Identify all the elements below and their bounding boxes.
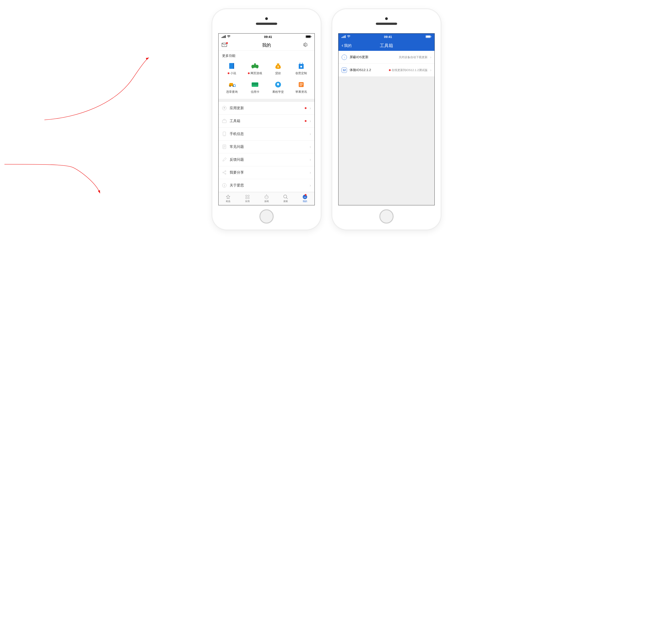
badge-dot xyxy=(389,69,391,71)
chevron-right-icon: › xyxy=(310,157,311,162)
grid-item-loan[interactable]: ¥ 贷款 xyxy=(267,63,290,75)
book-icon xyxy=(228,63,236,70)
svg-point-46 xyxy=(266,197,266,197)
svg-rect-24 xyxy=(299,85,302,86)
svg-rect-61 xyxy=(431,36,431,37)
screen-right: 09:41 ‹ 我的 工具箱 ↓ 屏蔽iOS更新 关闭设备自动下载更新 › xyxy=(338,33,435,205)
list-label: 手机信息 xyxy=(229,132,244,136)
toolbox-icon xyxy=(222,119,226,123)
grid-item-credit[interactable]: 信用卡 xyxy=(243,81,267,94)
svg-point-33 xyxy=(223,172,224,173)
svg-point-54 xyxy=(306,196,306,197)
tool-desc: 在线更新到iOS12.1.2测试版 xyxy=(389,68,428,72)
tool-item-block-update[interactable]: ↓ 屏蔽iOS更新 关闭设备自动下载更新 › xyxy=(338,51,434,64)
svg-line-37 xyxy=(224,173,225,174)
battery-icon xyxy=(306,35,311,39)
svg-point-13 xyxy=(300,66,302,68)
grid-icon xyxy=(245,195,250,199)
grid-item-creative[interactable]: 创意定制 xyxy=(290,63,313,75)
home-button[interactable] xyxy=(260,209,274,224)
status-bar: 09:41 xyxy=(219,33,315,40)
back-button[interactable]: ‹ 我的 xyxy=(342,43,352,48)
chevron-right-icon: › xyxy=(310,170,311,175)
svg-rect-3 xyxy=(225,35,226,38)
gear-icon[interactable] xyxy=(303,42,307,48)
list-item-share[interactable]: 我要分享 › xyxy=(219,166,315,179)
tab-label: 游戏 xyxy=(264,200,269,203)
tool-list: ↓ 屏蔽iOS更新 关闭设备自动下载更新 › 12 体验iOS12.1.2 在线… xyxy=(338,51,434,77)
list-item-faq[interactable]: 常见问题 › xyxy=(219,141,315,153)
svg-point-50 xyxy=(284,195,287,198)
svg-point-47 xyxy=(267,197,268,197)
svg-line-17 xyxy=(235,86,236,87)
nav-bar-right: ‹ 我的 工具箱 xyxy=(338,40,434,51)
svg-rect-18 xyxy=(252,82,258,87)
grid-label: 网页游戏 xyxy=(250,71,262,75)
screen-left: 09:41 我的 更多功能 xyxy=(218,33,315,205)
list-item-updates[interactable]: 应用更新 › xyxy=(219,102,315,115)
svg-point-28 xyxy=(224,135,224,135)
list-label: 反馈问题 xyxy=(229,157,244,162)
gamepad-icon xyxy=(251,63,259,70)
news-icon xyxy=(297,81,305,88)
list-item-phoneinfo[interactable]: 手机信息 › xyxy=(219,128,315,141)
battery-icon xyxy=(426,35,431,39)
signal-icon xyxy=(222,35,226,39)
tab-search[interactable]: 搜索 xyxy=(283,195,288,203)
tab-featured[interactable]: 精选 xyxy=(226,195,231,203)
svg-point-43 xyxy=(245,197,247,199)
grid-item-news[interactable]: 苹果资讯 xyxy=(290,81,313,94)
status-time: 09:41 xyxy=(264,35,272,39)
svg-point-42 xyxy=(248,195,249,196)
mail-icon[interactable] xyxy=(222,43,227,48)
tab-label: 搜索 xyxy=(284,200,288,203)
home-button[interactable] xyxy=(379,209,393,224)
svg-rect-1 xyxy=(223,36,223,38)
phone-right: 09:41 ‹ 我的 工具箱 ↓ 屏蔽iOS更新 关闭设备自动下载更新 › xyxy=(332,9,441,230)
tab-games[interactable]: 游戏 xyxy=(264,195,269,203)
annotation-arrows xyxy=(0,0,653,239)
badge-dot xyxy=(305,107,307,109)
svg-rect-22 xyxy=(299,83,303,84)
list-label: 工具箱 xyxy=(229,119,240,123)
grid-item-webgame[interactable]: 网页游戏 xyxy=(243,63,267,75)
svg-rect-9 xyxy=(233,63,234,69)
svg-point-49 xyxy=(266,195,267,195)
svg-rect-55 xyxy=(342,37,342,38)
tool-title: 体验iOS12.1.2 xyxy=(349,68,371,72)
svg-point-35 xyxy=(225,173,226,174)
mail-badge-dot xyxy=(226,42,228,44)
svg-point-40 xyxy=(224,184,224,185)
nav-title: 我的 xyxy=(219,42,315,48)
bag-icon xyxy=(297,63,305,70)
nav-bar-left: 我的 xyxy=(219,40,315,51)
gap-strip xyxy=(219,99,315,102)
grid-item-school[interactable]: 果粉学堂 xyxy=(267,81,290,94)
list-item-about[interactable]: 关于爱思 › xyxy=(219,179,315,192)
list-item-toolbox[interactable]: 工具箱 › xyxy=(219,115,315,128)
svg-rect-23 xyxy=(299,84,303,85)
tool-item-try-ios12[interactable]: 12 体验iOS12.1.2 在线更新到iOS12.1.2测试版 › xyxy=(338,64,434,77)
chevron-right-icon: › xyxy=(310,145,311,149)
tool-title: 屏蔽iOS更新 xyxy=(349,55,368,59)
phone-icon xyxy=(222,132,226,136)
svg-point-44 xyxy=(248,197,249,199)
svg-rect-56 xyxy=(343,36,343,38)
tab-mine[interactable]: 我的 xyxy=(303,195,307,203)
phone-left: 09:41 我的 更多功能 xyxy=(212,9,321,230)
grid-item-violation[interactable]: 违章查询 xyxy=(220,81,243,94)
wifi-icon xyxy=(347,35,350,39)
tool-desc: 关闭设备自动下载更新 xyxy=(399,55,428,59)
grid-item-novel[interactable]: 小说 xyxy=(220,63,243,75)
star-icon xyxy=(226,195,231,199)
grid-label: 信用卡 xyxy=(251,90,260,94)
list-item-feedback[interactable]: 反馈问题 › xyxy=(219,153,315,166)
pencil-icon xyxy=(222,157,226,162)
svg-point-16 xyxy=(233,84,236,86)
tab-apps[interactable]: 应用 xyxy=(245,195,250,203)
svg-rect-58 xyxy=(345,35,346,38)
svg-rect-5 xyxy=(306,36,310,38)
list-label: 关于爱思 xyxy=(229,183,244,188)
apple-icon xyxy=(274,81,282,88)
section-header-more: 更多功能 xyxy=(219,51,315,60)
